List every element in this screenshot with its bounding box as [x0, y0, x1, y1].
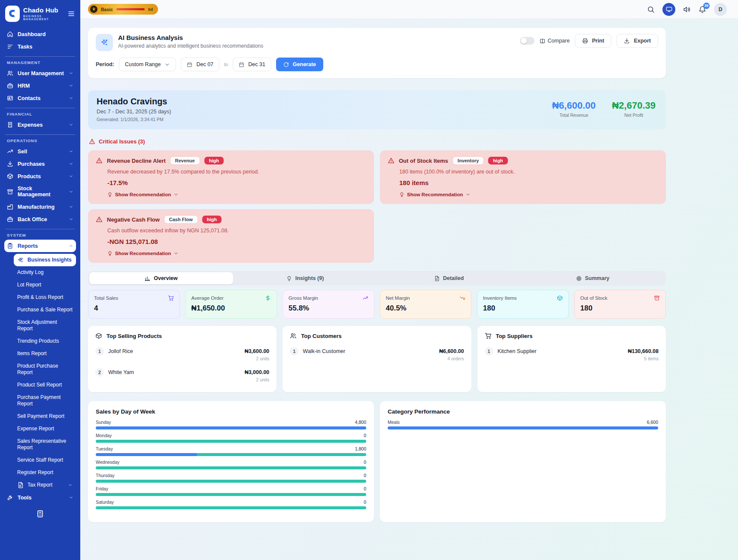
sidebar-item-dashboard[interactable]: Dashboard [4, 28, 76, 40]
cart-icon [168, 295, 174, 301]
subitem-tax-report[interactable]: Tax Report [14, 479, 76, 491]
chevron-down-icon [173, 251, 179, 256]
date-from-input[interactable]: Dec 07 [181, 58, 219, 71]
show-recommendation-button[interactable]: Show Recommendation [107, 251, 366, 256]
page-subtitle: AI-powered analytics and intelligent bus… [118, 43, 263, 49]
app-tagline: BUSINESS MANAGEMENT [23, 15, 64, 21]
category-tag: Inventory [453, 156, 484, 165]
subitem-expense-report[interactable]: Expense Report [14, 423, 76, 435]
bar-track [96, 453, 366, 456]
calendar-icon [239, 62, 244, 67]
severity-badge: high [488, 157, 507, 164]
sidebar-header: Chado Hub BUSINESS MANAGEMENT [0, 0, 80, 26]
divider [5, 108, 75, 108]
compare-label: Compare [540, 38, 570, 44]
clipboard-icon [7, 243, 13, 249]
chevron-down-icon [69, 217, 73, 222]
pos-terminal-button[interactable] [662, 3, 675, 16]
subitem-sales-representative-report[interactable]: Sales Representative Report [14, 435, 76, 454]
divider [5, 134, 75, 135]
sidebar-item-back-office[interactable]: Back Office [4, 213, 76, 225]
sidebar-item-purchases[interactable]: Purchases [4, 158, 76, 170]
sidebar-item-reports[interactable]: Reports [4, 240, 76, 252]
show-recommendation-button[interactable]: Show Recommendation [399, 192, 658, 197]
sidebar-item-user-management[interactable]: User Management [4, 67, 76, 79]
sparkles-icon [96, 34, 113, 51]
user-avatar[interactable]: D [714, 3, 727, 16]
subitem-stock-adjustment-report[interactable]: Stock Adjustment Report [14, 316, 76, 335]
print-button[interactable]: Print [575, 34, 611, 48]
topbar-actions: 39 D [647, 3, 727, 16]
sidebar-item-tasks[interactable]: Tasks [4, 40, 76, 53]
subitem-sell-payment-report[interactable]: Sell Payment Report [14, 410, 76, 423]
box-icon [7, 173, 13, 180]
sidebar-item-stock-management[interactable]: Stock Management [4, 183, 76, 201]
category-performance-chart: Category Performance Meals6,600 [380, 401, 666, 522]
rank-badge: 1 [95, 347, 104, 356]
hamburger-menu-icon[interactable] [67, 10, 75, 18]
bar-chart-icon [145, 276, 150, 281]
sidebar-item-tools[interactable]: Tools [4, 491, 76, 504]
id-card-icon [7, 95, 13, 101]
period-range-select[interactable]: Custom Range [119, 58, 176, 71]
subitem-product-purchase-report[interactable]: Product Purchase Report [14, 360, 76, 379]
list-item: 1 Walk-in Customer ₦6,600.004 orders [290, 344, 464, 365]
briefcase-icon [7, 216, 13, 222]
show-recommendation-button[interactable]: Show Recommendation [107, 192, 366, 197]
report-period: Dec 7 - Dec 31, 2025 (25 days) [97, 109, 171, 115]
subitem-business-insights[interactable]: Business Insights [14, 254, 76, 266]
trend-up-icon [362, 295, 368, 301]
cart-icon [485, 332, 492, 339]
subitem-trending-products[interactable]: Trending Products [14, 335, 76, 347]
main-area: ♛ Basic 5d 39 D AI Business Analysis AI-… [80, 0, 738, 560]
bar-fill [96, 426, 366, 429]
search-icon[interactable] [647, 6, 655, 13]
sidebar: Chado Hub BUSINESS MANAGEMENT Dashboard … [0, 0, 80, 560]
chevron-down-icon [69, 161, 73, 166]
date-to-input[interactable]: Dec 31 [233, 58, 271, 71]
sidebar-item-label: Tasks [18, 44, 33, 50]
sidebar-item-expenses[interactable]: Expenses [4, 119, 76, 131]
critical-issues-grid: Revenue Decline Alert Revenue high Reven… [88, 150, 666, 263]
subitem-service-staff-report[interactable]: Service Staff Report [14, 454, 76, 466]
chevron-down-icon [164, 62, 170, 67]
subitem-items-report[interactable]: Items Report [14, 347, 76, 360]
columns-icon [540, 38, 545, 44]
subitem-activity-log[interactable]: Activity Log [14, 266, 76, 279]
chevron-down-icon [68, 483, 73, 487]
chevron-down-icon [69, 149, 73, 154]
printer-icon [582, 38, 588, 44]
compare-toggle[interactable] [520, 37, 535, 45]
sidebar-item-contacts[interactable]: Contacts [4, 92, 76, 104]
subitem-purchase-sale-report[interactable]: Purchase & Sale Report [14, 304, 76, 316]
subitem-profit-loss-report[interactable]: Profit & Loss Report [14, 291, 76, 304]
critical-card-negative-cash-flow: Negative Cash Flow Cash Flow high Cash o… [88, 209, 374, 263]
lightbulb-icon [286, 276, 292, 281]
list-item: 1 Jollof Rice ₦3,600.002 units [95, 344, 269, 365]
notifications-button[interactable]: 39 [699, 6, 706, 13]
list-item: 2 White Yam ₦3,000.002 units [95, 365, 269, 386]
charts-row: Sales by Day of Week Sunday4,800 Monday0… [88, 401, 666, 522]
stat-total-sales: Total Sales 4 [88, 290, 180, 319]
sidebar-item-manufacturing[interactable]: Manufacturing [4, 201, 76, 213]
chevron-down-icon [69, 71, 73, 76]
sidebar-item-hrm[interactable]: HRM [4, 79, 76, 92]
severity-badge: high [204, 157, 224, 164]
subitem-purchase-payment-report[interactable]: Purchase Payment Report [14, 391, 76, 410]
sidebar-item-sell[interactable]: Sell [4, 145, 76, 158]
chevron-up-icon [69, 243, 73, 248]
subitem-register-report[interactable]: Register Report [14, 466, 76, 479]
tab-overview[interactable]: Overview [89, 272, 233, 284]
tab-detailed[interactable]: Detailed [377, 272, 521, 284]
plan-badge[interactable]: ♛ Basic 5d [88, 4, 158, 15]
generate-button[interactable]: Generate [276, 58, 323, 71]
tab-summary[interactable]: Summary [521, 272, 665, 284]
sound-icon[interactable] [683, 6, 691, 13]
calculator-icon[interactable] [36, 510, 44, 518]
report-tabs: Overview Insights (9) Detailed Summary [88, 271, 666, 286]
subitem-product-sell-report[interactable]: Product Sell Report [14, 379, 76, 391]
tab-insights[interactable]: Insights (9) [233, 272, 377, 284]
sidebar-item-products[interactable]: Products [4, 170, 76, 183]
subitem-lot-report[interactable]: Lot Report [14, 279, 76, 291]
export-button[interactable]: Export [617, 34, 658, 48]
